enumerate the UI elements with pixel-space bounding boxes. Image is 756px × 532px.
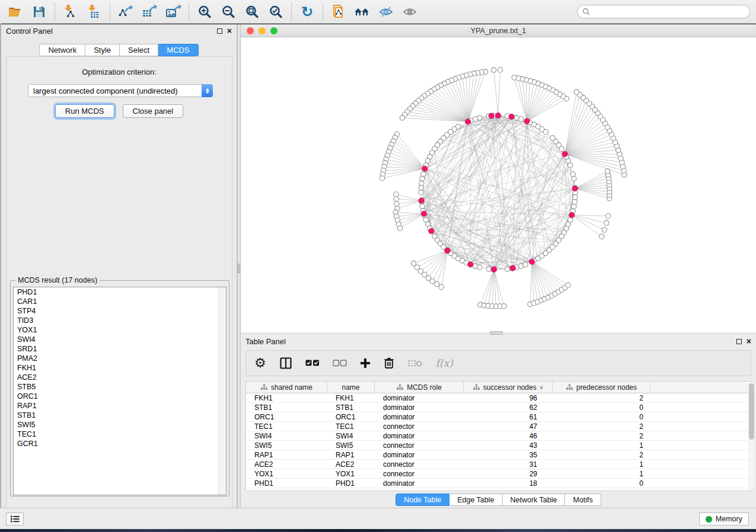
clipboard-network-icon[interactable] [328,2,349,21]
refresh-icon[interactable]: ↻ [297,2,317,21]
satellite-node[interactable] [497,68,502,72]
column-header-successor-nodes[interactable]: successor nodes∨ [464,382,553,393]
mcds-result-item[interactable]: PMA2 [14,354,226,363]
automation-panel-button[interactable] [6,512,24,525]
save-session-icon[interactable] [29,2,49,21]
table-scrollbar[interactable] [748,382,755,490]
ring-node[interactable] [477,265,482,270]
ring-node[interactable] [573,195,578,200]
satellite-node[interactable] [492,68,496,72]
tab-network-table[interactable]: Network Table [503,493,566,506]
satellite-node[interactable] [566,283,570,287]
mcds-hub-node[interactable] [572,186,578,191]
mcds-hub-node[interactable] [529,259,534,264]
satellite-node[interactable] [439,284,444,289]
tab-mcds[interactable]: MCDS [158,44,198,56]
column-header-predecessor-nodes[interactable]: predecessor nodes [553,382,650,393]
mcds-result-item[interactable]: CAR1 [14,297,226,306]
table-scrollbar-thumb[interactable] [749,383,754,440]
satellite-node[interactable] [394,192,398,197]
ring-node[interactable] [419,190,423,195]
mcds-result-item[interactable]: FKH1 [14,363,226,373]
table-row[interactable]: YOX1YOX1connector291 [246,469,751,479]
satellite-node[interactable] [379,176,384,181]
minimize-window-icon[interactable] [259,27,266,34]
ring-node[interactable] [570,172,575,177]
mcds-hub-node[interactable] [489,113,494,118]
show-eye-icon[interactable] [400,2,420,21]
mcds-result-item[interactable]: TID3 [14,316,226,325]
satellite-node[interactable] [502,304,506,309]
tab-style[interactable]: Style [85,44,120,56]
export-table-icon[interactable] [139,2,160,21]
mcds-hub-node[interactable] [445,248,450,254]
mcds-hub-node[interactable] [569,212,575,217]
ring-node[interactable] [420,176,425,181]
mcds-result-item[interactable]: STB5 [14,382,226,392]
satellite-node[interactable] [394,201,399,206]
deselect-all-icon[interactable] [333,360,347,367]
table-row[interactable]: FKH1FKH1dominator962 [246,393,751,403]
satellite-node[interactable] [602,227,607,232]
mcds-hub-node[interactable] [492,267,497,272]
float-panel-icon[interactable] [217,28,222,34]
mcds-result-item[interactable]: PHD1 [14,287,226,297]
close-panel-icon[interactable]: × [747,337,751,345]
mcds-result-item[interactable]: RAP1 [14,401,226,411]
table-row[interactable]: STB1STB1dominator620 [246,403,751,412]
mcds-hub-node[interactable] [419,198,424,203]
ring-node[interactable] [486,267,491,271]
satellite-node[interactable] [605,169,610,174]
maximize-window-icon[interactable] [270,27,277,34]
table-row[interactable]: SWI5SWI5connector431 [246,441,751,450]
column-header-shared-name[interactable]: shared name [246,382,327,393]
select-all-icon[interactable] [305,360,320,367]
column-header-MCDS-role[interactable]: MCDS role [375,382,464,393]
close-panel-button[interactable]: Close panel [123,104,184,118]
mcds-hub-node[interactable] [509,114,514,119]
run-mcds-button[interactable]: Run MCDS [55,104,114,118]
zoom-in-icon[interactable] [194,2,215,21]
satellite-node[interactable] [604,220,609,225]
tab-network[interactable]: Network [39,44,85,56]
mcds-result-item[interactable]: GCR1 [14,439,226,448]
table-row[interactable]: TEC1TEC1connector472 [246,422,751,431]
mcds-result-item[interactable]: TEC1 [14,430,226,439]
mcds-result-item[interactable]: STB1 [14,411,226,420]
satellite-node[interactable] [435,282,439,287]
ring-node[interactable] [572,200,577,204]
mcds-result-item[interactable]: STP4 [14,306,226,316]
satellite-node[interactable] [574,89,579,94]
ring-node[interactable] [572,176,576,181]
delete-column-icon[interactable] [384,357,394,369]
satellite-node[interactable] [400,116,404,120]
open-file-icon[interactable] [5,2,25,21]
houses-icon[interactable] [352,2,372,21]
export-image-icon[interactable] [163,2,183,21]
columns-icon[interactable] [279,357,292,370]
tab-motifs[interactable]: Motifs [565,493,601,506]
network-window-titlebar[interactable]: YPA_prune.txt_1 [241,24,756,37]
result-scrollbar[interactable] [218,287,226,495]
mcds-result-item[interactable]: SRD1 [14,344,226,354]
mcds-result-item[interactable]: ACE2 [14,373,226,382]
mcds-hub-node[interactable] [421,211,426,216]
export-network-icon[interactable] [116,2,136,21]
network-graph-canvas[interactable] [241,37,756,332]
mcds-result-item[interactable]: ORC1 [14,392,226,401]
table-row[interactable]: RAP1RAP1dominator352 [246,450,751,460]
tab-select[interactable]: Select [120,44,158,56]
ring-node[interactable] [419,185,423,190]
zoom-fit-icon[interactable] [242,2,262,21]
satellite-node[interactable] [394,197,398,201]
ring-node[interactable] [420,204,425,209]
mcds-hub-node[interactable] [510,265,515,271]
search-input[interactable] [593,8,745,16]
close-panel-icon[interactable]: × [227,27,232,35]
mcds-hub-node[interactable] [422,166,428,171]
ring-node[interactable] [419,181,424,185]
satellite-node[interactable] [606,213,611,218]
zoom-selected-icon[interactable] [266,2,286,21]
add-column-icon[interactable] [360,358,371,368]
import-table-icon[interactable] [84,2,104,21]
